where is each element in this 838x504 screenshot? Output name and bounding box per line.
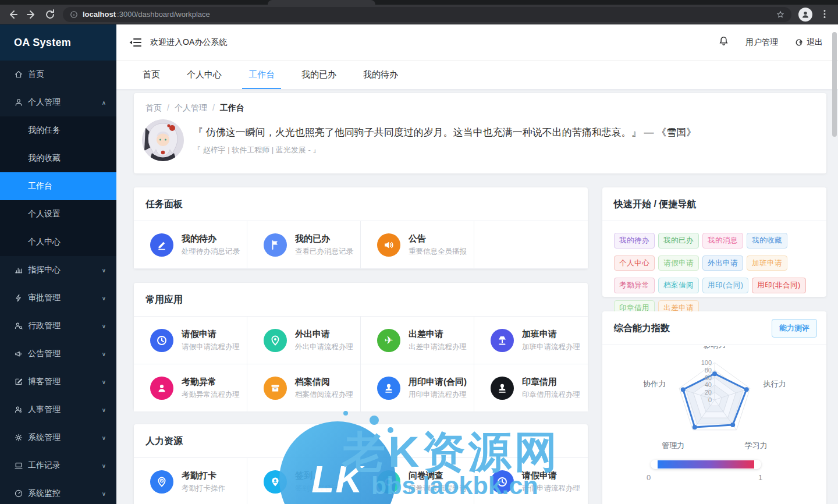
browser-profile-icon[interactable] xyxy=(798,8,812,22)
chevron-down-icon: ∨ xyxy=(102,463,106,469)
chevron-down-icon: ∨ xyxy=(102,295,106,301)
sidebar-item-command-center[interactable]: 指挥中心∨ xyxy=(0,256,116,284)
sidebar-item-blog-mgmt[interactable]: 博客管理∨ xyxy=(0,368,116,396)
common-apps-card: 常用应用 请假申请请假申请流程办理 外出申请外出申请流程办理 ✈ 出差申请出差申… xyxy=(134,283,588,410)
notification-bell-icon[interactable] xyxy=(718,36,729,49)
sidebar-item-personal-center[interactable]: 个人中心 xyxy=(0,228,116,256)
logout-icon xyxy=(794,38,804,47)
address-bar[interactable]: localhost :3000/dashboard/workplace xyxy=(63,7,791,22)
app-cell-overtime[interactable]: 加班申请加班申请流程办理 xyxy=(474,317,588,364)
breadcrumb-home[interactable]: 首页 xyxy=(145,103,162,113)
quick-nav-tag-my-favorites[interactable]: 我的收藏 xyxy=(747,233,787,249)
task-cell-announcement[interactable]: 公告重要信息全员播报 xyxy=(361,221,474,269)
back-icon[interactable] xyxy=(7,9,19,20)
sidebar-item-my-favorites[interactable]: 我的收藏 xyxy=(0,144,116,172)
breadcrumb-quote-card: 首页 / 个人管理 / 工作台 『 仿佛这一瞬间，火光也照亮了他同驹子共同度过的… xyxy=(134,93,826,173)
svg-text:协作力: 协作力 xyxy=(643,379,666,388)
quick-nav-tag-my-done[interactable]: 我的已办 xyxy=(658,233,699,249)
browser-menu-icon[interactable] xyxy=(819,9,831,20)
person-icon xyxy=(150,377,173,400)
sidebar-item-my-tasks[interactable]: 我的任务 xyxy=(0,116,116,144)
bookmark-star-icon[interactable] xyxy=(776,10,784,19)
url-host: localhost xyxy=(83,10,116,19)
hr-card: 人力资源 考勤打卡考勤打卡操作 签到签到流程登记 问卷调查问卷调查流程申请 请假… xyxy=(134,424,588,504)
quick-nav-tag-overtime[interactable]: 加班申请 xyxy=(747,255,787,271)
sidebar-item-work-records[interactable]: 工作记录∨ xyxy=(0,452,116,480)
forward-icon[interactable] xyxy=(26,9,37,20)
task-cell-my-done[interactable]: 我的已办查看已办消息记录 xyxy=(247,221,361,269)
tab-home[interactable]: 首页 xyxy=(129,61,173,89)
breadcrumb-current: 工作台 xyxy=(220,103,244,113)
welcome-text: 欢迎进入OA办公系统 xyxy=(150,37,227,48)
app-cell-out-request[interactable]: 外出申请外出申请流程办理 xyxy=(247,317,361,364)
clock-icon xyxy=(491,470,514,494)
chevron-down-icon: ∨ xyxy=(102,351,106,357)
sidebar-item-personal-mgmt[interactable]: 个人管理 ∧ xyxy=(0,88,116,116)
quick-nav-tag-out[interactable]: 外出申请 xyxy=(702,255,743,271)
user-avatar[interactable] xyxy=(142,119,184,161)
quick-nav-tag-seal-contract[interactable]: 用印(合同) xyxy=(702,278,748,293)
archive-box-icon xyxy=(264,377,287,400)
lightning-icon xyxy=(14,293,23,303)
task-cell-my-todo[interactable]: 我的待办处理待办消息记录 xyxy=(134,221,247,269)
chevron-up-icon: ∧ xyxy=(102,100,106,106)
user-management-link[interactable]: 用户管理 xyxy=(745,37,778,48)
browser-tab[interactable] xyxy=(268,0,375,5)
sidebar-item-approval-mgmt[interactable]: 审批管理∨ xyxy=(0,284,116,312)
lamp-icon xyxy=(491,329,514,352)
location-pin-icon xyxy=(264,329,287,352)
ability-card: 综合能力指数 能力测评 100806040200影响力执行力学习力管理力协作力 … xyxy=(602,311,826,504)
hr-cell-leave-request[interactable]: 请假申请请假申请流程办理 xyxy=(474,458,588,504)
hr-cell-sign-in[interactable]: 签到签到流程登记 xyxy=(247,458,361,504)
svg-text:80: 80 xyxy=(705,367,712,374)
gear-icon xyxy=(14,433,23,442)
sidebar-item-announcement-mgmt[interactable]: 公告管理∨ xyxy=(0,340,116,368)
app-cell-business-trip[interactable]: ✈ 出差申请出差申请流程办理 xyxy=(361,317,474,364)
breadcrumb-personal-mgmt[interactable]: 个人管理 xyxy=(175,103,207,113)
collapse-menu-icon[interactable] xyxy=(129,36,142,49)
hr-cell-survey[interactable]: 问卷调查问卷调查流程申请 xyxy=(361,458,474,504)
quick-nav-tag-my-todo[interactable]: 我的待办 xyxy=(614,233,655,249)
pencil-icon xyxy=(150,233,173,257)
task-panel-title: 任务面板 xyxy=(134,187,588,221)
tab-my-todo[interactable]: 我的待办 xyxy=(350,61,411,89)
sidebar-item-personal-settings[interactable]: 个人设置 xyxy=(0,200,116,228)
ability-test-button[interactable]: 能力测评 xyxy=(772,319,817,338)
page-tabs: 首页 个人中心 工作台 我的已办 我的待办 xyxy=(116,61,838,90)
quick-nav-tag-attendance-anomaly[interactable]: 考勤异常 xyxy=(614,278,655,293)
pin-person-icon xyxy=(264,470,287,494)
sidebar-item-system-mgmt[interactable]: 系统管理∨ xyxy=(0,424,116,452)
site-info-icon[interactable] xyxy=(70,10,78,19)
sidebar-item-hr-mgmt[interactable]: 人事管理∨ xyxy=(0,396,116,424)
sidebar-item-system-monitor[interactable]: 系统监控∨ xyxy=(0,480,116,504)
quick-nav-tag-archive[interactable]: 档案借阅 xyxy=(658,278,699,293)
hr-cell-attendance-punch[interactable]: 考勤打卡考勤打卡操作 xyxy=(134,458,247,504)
megaphone-icon xyxy=(14,349,23,359)
daily-quote-text: 『 仿佛这一瞬间，火光也照亮了他同驹子共同度过的岁月。这当中也充满一种说不出的苦… xyxy=(193,126,815,139)
tab-my-done[interactable]: 我的已办 xyxy=(288,61,350,89)
svg-text:0: 0 xyxy=(708,396,712,403)
app-cell-seal-contract[interactable]: 用印申请(合同)用印申请流程办理 xyxy=(361,364,474,412)
common-apps-title: 常用应用 xyxy=(134,283,588,317)
app-cell-seal-borrow[interactable]: 印章借用印章借用流程办理 xyxy=(474,364,588,412)
quick-nav-tag-leave[interactable]: 请假申请 xyxy=(658,255,699,271)
app-cell-attendance-anomaly[interactable]: 考勤异常考勤异常流程办理 xyxy=(134,364,247,412)
scrollbar-thumb[interactable] xyxy=(832,32,837,137)
pin-clock-icon xyxy=(150,470,173,494)
visual-map-bar[interactable] xyxy=(651,460,761,469)
sidebar-item-admin-mgmt[interactable]: 行政管理∨ xyxy=(0,312,116,340)
stamp-icon xyxy=(377,377,400,400)
quick-nav-tag-personal-center[interactable]: 个人中心 xyxy=(614,255,655,271)
app-cell-archive-borrow[interactable]: 档案借阅档案借阅流程办理 xyxy=(247,364,361,412)
task-panel-card: 任务面板 我的待办处理待办消息记录 我的已办查看已办消息记录 公告重要信息全员播… xyxy=(134,187,588,269)
tab-personal-center[interactable]: 个人中心 xyxy=(173,61,235,89)
reload-icon[interactable] xyxy=(44,9,56,20)
gauge-icon xyxy=(14,489,23,498)
logout-button[interactable]: 退出 xyxy=(794,37,823,48)
sidebar-item-workplace[interactable]: 工作台 xyxy=(0,172,116,200)
sidebar-item-home[interactable]: 首页 xyxy=(0,61,116,88)
tab-workplace[interactable]: 工作台 xyxy=(235,61,288,89)
app-cell-leave-request[interactable]: 请假申请请假申请流程办理 xyxy=(134,317,247,364)
quick-nav-tag-my-messages[interactable]: 我的消息 xyxy=(702,233,743,249)
quick-nav-tag-seal-noncontract[interactable]: 用印(非合同) xyxy=(752,278,805,293)
